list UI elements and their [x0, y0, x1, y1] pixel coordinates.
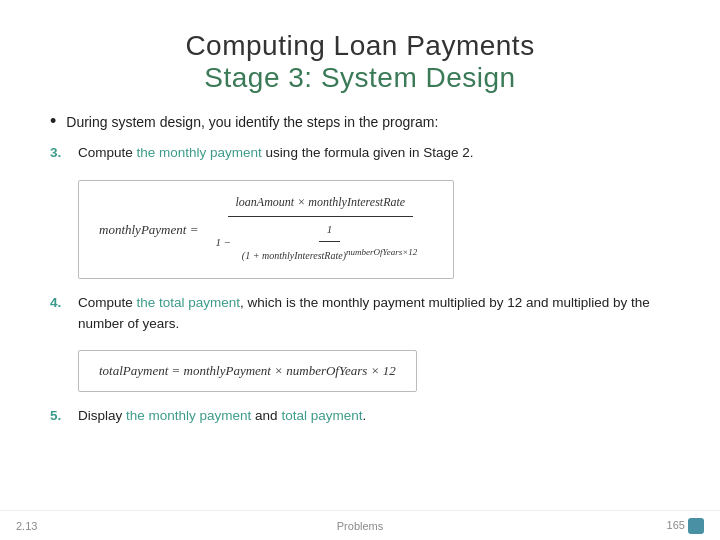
- title-block: Computing Loan Payments Stage 3: System …: [50, 30, 670, 94]
- formula-1-inner-denominator: (1 + monthlyInterestRate)numberOfYears×1…: [234, 242, 425, 266]
- step-3: 3. Compute the monthly payment using the…: [50, 143, 670, 164]
- footer: 2.13 Problems 165: [0, 510, 720, 540]
- formula-1-box: monthlyPayment = loanAmount × monthlyInt…: [78, 180, 454, 279]
- title-line1: Computing Loan Payments: [50, 30, 670, 62]
- footer-center-label: Problems: [76, 520, 644, 532]
- slide: Computing Loan Payments Stage 3: System …: [0, 0, 720, 540]
- footer-page-right: 165: [644, 518, 704, 534]
- step-3-number: 3.: [50, 143, 78, 164]
- formula-2-box: totalPayment = monthlyPayment × numberOf…: [78, 350, 417, 392]
- step-5-highlight2: total payment: [281, 408, 362, 423]
- formula-1-fraction-container: loanAmount × monthlyInterestRate 1 − 1 (…: [207, 191, 433, 268]
- formula-1-content: monthlyPayment = loanAmount × monthlyInt…: [99, 191, 433, 268]
- formula-1-numerator: loanAmount × monthlyInterestRate: [228, 191, 414, 217]
- footer-icon: [688, 518, 704, 534]
- footer-page-left: 2.13: [16, 520, 76, 532]
- step-3-highlight: the monthly payment: [137, 145, 262, 160]
- formula-1-denominator: 1 − 1 (1 + monthlyInterestRate)numberOfY…: [207, 217, 433, 268]
- content-area: • During system design, you identify the…: [50, 112, 670, 510]
- step-5-text: Display the monthly payment and total pa…: [78, 406, 670, 427]
- step-3-text: Compute the monthly payment using the fo…: [78, 143, 670, 164]
- title-line2: Stage 3: System Design: [50, 62, 670, 94]
- formula-2-content: totalPayment = monthlyPayment × numberOf…: [99, 363, 396, 378]
- step-5: 5. Display the monthly payment and total…: [50, 406, 670, 427]
- step-5-number: 5.: [50, 406, 78, 427]
- bullet-intro: • During system design, you identify the…: [50, 112, 670, 133]
- step-5-highlight1: the monthly payment: [126, 408, 251, 423]
- formula-1-lhs: monthlyPayment =: [99, 218, 198, 241]
- formula-1-fraction: loanAmount × monthlyInterestRate 1 − 1 (…: [207, 191, 433, 268]
- step-4-highlight: the total payment: [137, 295, 241, 310]
- step-4-number: 4.: [50, 293, 78, 314]
- formula-1-inner-fraction: 1 (1 + monthlyInterestRate)numberOfYears…: [234, 219, 425, 267]
- step-4: 4. Compute the total payment, which is t…: [50, 293, 670, 335]
- formula-1-inner-numerator: 1: [319, 219, 341, 243]
- step-4-text: Compute the total payment, which is the …: [78, 293, 670, 335]
- footer-right-number: 165: [667, 518, 685, 530]
- bullet-dot: •: [50, 112, 56, 130]
- intro-text: During system design, you identify the s…: [66, 112, 438, 133]
